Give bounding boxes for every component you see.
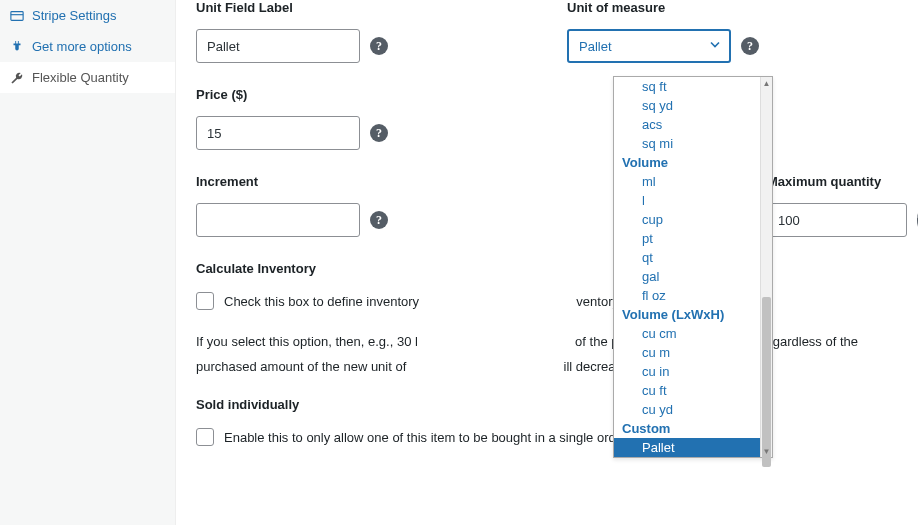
increment-heading: Increment (196, 174, 527, 189)
unit-field-label-heading: Unit Field Label (196, 0, 527, 15)
sidebar-item-label: Get more options (32, 39, 132, 54)
dropdown-option[interactable]: pt (614, 229, 760, 248)
sidebar-item-get-more-options[interactable]: Get more options (0, 31, 175, 62)
sidebar-item-stripe-settings[interactable]: Stripe Settings (0, 0, 175, 31)
dropdown-list: sq ftsq ydacssq miVolumemllcupptqtgalfl … (614, 77, 760, 457)
chevron-down-icon (709, 39, 721, 54)
dropdown-option[interactable]: cu m (614, 343, 760, 362)
settings-sidebar: Stripe Settings Get more options Flexibl… (0, 0, 176, 525)
dropdown-group: Custom (614, 419, 760, 438)
scroll-up-icon[interactable]: ▲ (761, 77, 772, 89)
settings-panel: Unit Field Label ? Unit of measure Palle… (176, 0, 918, 525)
dropdown-option[interactable]: ml (614, 172, 760, 191)
help-icon[interactable]: ? (370, 211, 388, 229)
calculate-inventory-heading: Calculate Inventory (196, 261, 898, 276)
dropdown-option[interactable]: cu yd (614, 400, 760, 419)
sold-individually-checkbox[interactable] (196, 428, 214, 446)
svg-rect-0 (11, 11, 23, 20)
dropdown-scrollbar[interactable]: ▲ ▼ (760, 77, 772, 457)
calculate-inventory-description: If you select this option, then, e.g., 3… (196, 330, 898, 379)
dropdown-option[interactable]: sq mi (614, 134, 760, 153)
unit-of-measure-heading: Unit of measure (567, 0, 898, 15)
select-value: Pallet (579, 39, 612, 54)
card-icon (10, 9, 24, 23)
dropdown-group: Volume (LxWxH) (614, 305, 760, 324)
price-heading: Price ($) (196, 87, 527, 102)
dropdown-option[interactable]: sq ft (614, 77, 760, 96)
dropdown-option[interactable]: gal (614, 267, 760, 286)
calculate-inventory-checkbox[interactable] (196, 292, 214, 310)
unit-of-measure-dropdown: sq ftsq ydacssq miVolumemllcupptqtgalfl … (613, 76, 773, 458)
unit-of-measure-select[interactable]: Pallet (567, 29, 731, 63)
sold-individually-heading: Sold individually (196, 397, 898, 412)
dropdown-option[interactable]: acs (614, 115, 760, 134)
dropdown-group: Volume (614, 153, 760, 172)
increment-input[interactable] (196, 203, 360, 237)
dropdown-option[interactable]: cup (614, 210, 760, 229)
dropdown-option[interactable]: sq yd (614, 96, 760, 115)
sidebar-item-label: Stripe Settings (32, 8, 117, 23)
dropdown-option[interactable]: qt (614, 248, 760, 267)
price-input[interactable] (196, 116, 360, 150)
dropdown-option[interactable]: l (614, 191, 760, 210)
dropdown-option[interactable]: fl oz (614, 286, 760, 305)
plugin-icon (10, 40, 24, 54)
unit-field-label-input[interactable] (196, 29, 360, 63)
maximum-quantity-input[interactable] (767, 203, 907, 237)
maximum-quantity-heading: Maximum quantity (767, 174, 898, 189)
dropdown-option[interactable]: cu ft (614, 381, 760, 400)
sidebar-item-flexible-quantity[interactable]: Flexible Quantity (0, 62, 175, 93)
dropdown-option[interactable]: cu in (614, 362, 760, 381)
scroll-down-icon[interactable]: ▼ (761, 445, 772, 457)
sidebar-item-label: Flexible Quantity (32, 70, 129, 85)
help-icon[interactable]: ? (370, 124, 388, 142)
scrollbar-thumb[interactable] (762, 297, 771, 467)
help-icon[interactable]: ? (370, 37, 388, 55)
sold-individually-label: Enable this to only allow one of this it… (224, 430, 630, 445)
help-icon[interactable]: ? (741, 37, 759, 55)
dropdown-option[interactable]: Pallet (614, 438, 760, 457)
wrench-icon (10, 71, 24, 85)
dropdown-option[interactable]: cu cm (614, 324, 760, 343)
